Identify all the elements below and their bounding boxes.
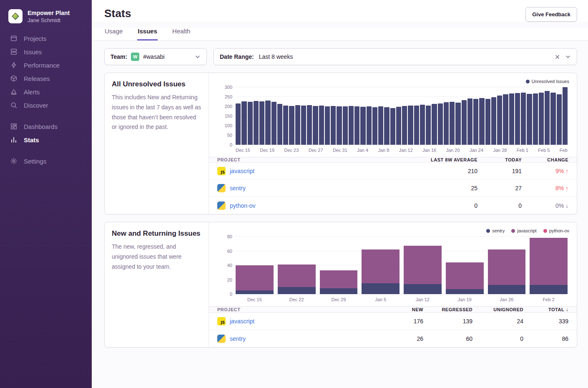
- change-value: 8% ↑: [530, 185, 577, 191]
- sidebar-item-issues[interactable]: Issues: [0, 45, 92, 58]
- chart-bar: [497, 96, 502, 145]
- project-link[interactable]: python-ov: [230, 202, 255, 209]
- column-header-unignored: UNIGNORED: [481, 307, 532, 312]
- table-row: sentry 25 27 8% ↑: [209, 180, 577, 197]
- chart-bar: [527, 94, 532, 145]
- panel-description: New and Returning Issues The new, regres…: [105, 222, 209, 347]
- x-axis-tick: Feb 2: [530, 297, 568, 302]
- tab-usage[interactable]: Usage: [104, 28, 123, 40]
- chart-bar: [515, 93, 520, 145]
- team-avatar: W: [131, 53, 139, 61]
- table-row: JSjavascript 210 191 9% ↑: [209, 163, 577, 180]
- column-header-average: LAST 8W AVERAGE: [402, 157, 486, 162]
- x-axis-tick: Jan 4: [357, 148, 368, 153]
- new-returning-issues-chart: sentryjavascriptpython-ov 020406080 Dec …: [209, 222, 577, 306]
- y-axis-tick: 40: [216, 263, 232, 268]
- new-returning-issues-table: PROJECT NEW REGRESSED UNIGNORED TOTAL ↓ …: [209, 306, 577, 347]
- project-link[interactable]: javascript: [230, 168, 254, 174]
- chart-stacked-bar: [236, 237, 274, 294]
- panel-title: All Unresolved Issues: [112, 80, 201, 88]
- clear-icon[interactable]: [555, 54, 560, 60]
- legend-item: python-ov: [543, 228, 569, 233]
- sidebar-item-projects[interactable]: Projects: [0, 32, 92, 45]
- tab-health[interactable]: Health: [172, 28, 191, 40]
- chart-bar: [248, 102, 253, 145]
- sidebar-item-settings[interactable]: Settings: [0, 154, 92, 168]
- sidebar: Empower Plant Jane Schmidt Projects Issu…: [0, 0, 92, 388]
- chart-bar: [271, 102, 276, 145]
- chart-bar: [360, 107, 365, 145]
- sidebar-item-performance[interactable]: Performance: [0, 58, 92, 72]
- chart-bar: [420, 105, 425, 145]
- sidebar-item-discover[interactable]: Discover: [0, 98, 92, 112]
- chart-bar: [307, 105, 312, 145]
- new-value: 26: [387, 335, 432, 342]
- org-switcher[interactable]: Empower Plant Jane Schmidt: [0, 6, 92, 32]
- chart-bar: [254, 101, 259, 145]
- panel-description: All Unresolved Issues This includes New …: [105, 73, 209, 214]
- chart-bar: [563, 87, 568, 145]
- chart-bar: [301, 106, 306, 145]
- table-header-row: PROJECT NEW REGRESSED UNIGNORED TOTAL ↓: [209, 307, 577, 313]
- chart-bar: [438, 103, 443, 145]
- releases-icon: [10, 75, 18, 82]
- tab-issues[interactable]: Issues: [137, 28, 158, 40]
- chart-bar: [491, 97, 496, 145]
- y-axis-tick: 0: [216, 292, 232, 297]
- column-header-project: PROJECT: [209, 157, 402, 162]
- sidebar-item-label: Settings: [24, 158, 46, 165]
- unresolved-issues-chart: Unresolved Issues 050100150200250300 Dec…: [209, 73, 577, 157]
- chart-bar: [485, 99, 490, 145]
- chart-bar: [521, 93, 526, 145]
- chart-bar: [414, 106, 419, 145]
- x-axis-tick: Jan 26: [488, 297, 526, 302]
- change-value: 0% ↓: [530, 202, 577, 209]
- give-feedback-button[interactable]: Give Feedback: [525, 7, 577, 22]
- chart-bar: [545, 91, 550, 145]
- chart-legend: Unresolved Issues: [216, 77, 569, 86]
- project-link[interactable]: sentry: [230, 335, 246, 342]
- sidebar-item-stats[interactable]: Stats: [0, 133, 92, 146]
- javascript-platform-icon: JS: [217, 167, 226, 175]
- content-area: Team: W #wasabi Date Range: Last 8 weeks…: [92, 41, 588, 388]
- sidebar-item-dashboards[interactable]: Dashboards: [0, 120, 92, 133]
- table-header-row: PROJECT LAST 8W AVERAGE TODAY CHANGE: [209, 157, 577, 163]
- team-select[interactable]: Team: W #wasabi: [104, 48, 207, 65]
- sidebar-item-alerts[interactable]: Alerts: [0, 85, 92, 98]
- dashboards-icon: [10, 123, 18, 130]
- chart-legend: sentryjavascriptpython-ov: [216, 227, 569, 235]
- x-axis-tick: Jan 24: [470, 148, 483, 153]
- x-axis-tick: Jan 28: [493, 148, 507, 153]
- legend-item: Unresolved Issues: [526, 79, 570, 84]
- y-axis-tick: 100: [216, 123, 232, 128]
- date-range-select[interactable]: Date Range: Last 8 weeks: [214, 48, 577, 65]
- chart-bar: [354, 106, 359, 145]
- column-header-change: CHANGE: [530, 157, 577, 162]
- sidebar-item-releases[interactable]: Releases: [0, 72, 92, 85]
- unignored-value: 0: [481, 335, 532, 342]
- y-axis-tick: 0: [216, 142, 232, 147]
- y-axis-tick: 300: [216, 85, 232, 90]
- chart-bar: [319, 106, 324, 145]
- chart-bar: [259, 101, 264, 145]
- chart-bar: [444, 102, 449, 145]
- project-link[interactable]: javascript: [230, 318, 254, 325]
- chart-stacked-bar: [446, 237, 484, 294]
- chart-plot: 020406080: [236, 237, 568, 294]
- column-header-today: TODAY: [486, 157, 530, 162]
- x-axis-tick: Dec 29: [320, 297, 358, 302]
- sidebar-item-label: Dashboards: [24, 123, 58, 130]
- chart-bar: [295, 105, 300, 145]
- chart-bar: [473, 99, 478, 145]
- javascript-platform-icon: JS: [217, 317, 226, 325]
- y-axis-tick: 60: [216, 249, 232, 254]
- x-axis-tick: Jan 20: [446, 148, 460, 153]
- org-name: Empower Plant: [28, 10, 70, 16]
- x-axis-tick: Jan 8: [378, 148, 389, 153]
- y-axis-tick: 150: [216, 113, 232, 118]
- column-header-total[interactable]: TOTAL ↓: [532, 307, 577, 312]
- panel-title: New and Returning Issues: [112, 229, 201, 238]
- x-axis-tick: Dec 31: [333, 148, 347, 153]
- project-link[interactable]: sentry: [230, 185, 246, 191]
- regressed-value: 60: [432, 335, 481, 342]
